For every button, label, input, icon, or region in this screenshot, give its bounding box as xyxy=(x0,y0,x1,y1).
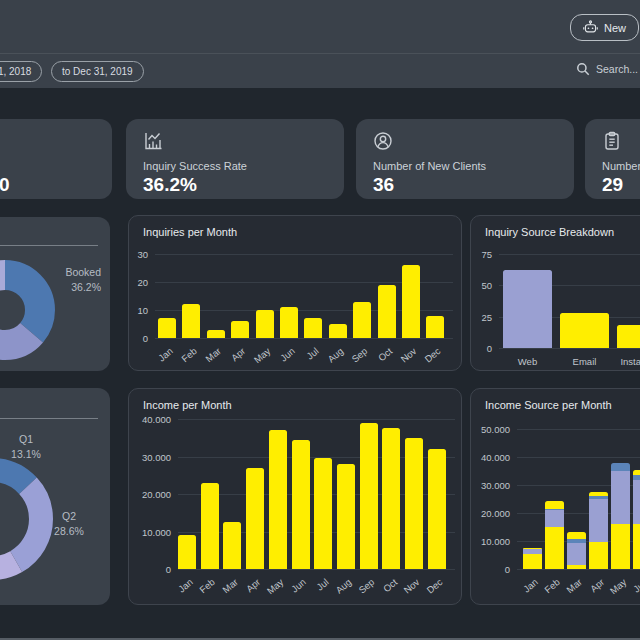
header-bar: New xyxy=(0,0,640,54)
bar-segment xyxy=(314,458,332,569)
y-axis-tick-label: 10.000 xyxy=(481,536,510,547)
bar-segment xyxy=(589,542,608,569)
bar-segment xyxy=(201,483,219,569)
bar-segment xyxy=(589,496,608,499)
bar-segment xyxy=(567,539,586,542)
bar-segment xyxy=(633,480,640,524)
gridline xyxy=(499,254,640,255)
bar-segment xyxy=(633,475,640,480)
gridline xyxy=(517,569,640,570)
gridline xyxy=(155,338,453,339)
date-to-pill[interactable]: to Dec 31, 2019 xyxy=(51,61,144,82)
inquiries-per-month-chart: Inquiries per Month 0102030JanFebMarAprM… xyxy=(128,215,462,371)
gridline xyxy=(517,457,640,458)
kpi-value: 0 xyxy=(0,174,10,196)
chart-title: Income per Month xyxy=(143,399,232,411)
kpi-card-clipped: 0 xyxy=(0,119,112,199)
bar-segment xyxy=(589,499,608,542)
bar-segment xyxy=(560,313,609,348)
plot-area: 0255075WebEmailInstagram xyxy=(499,254,640,348)
bar-segment xyxy=(337,464,355,569)
new-button[interactable]: New xyxy=(570,14,639,41)
booked-breakdown-panel: Booked 36.2% xyxy=(0,217,110,371)
kpi-card-new-clients: Number of New Clients 36 xyxy=(356,119,574,199)
donut-label-booked: Booked 36.2% xyxy=(65,265,101,295)
bar-segment xyxy=(329,324,347,338)
y-axis-tick-label: 40.000 xyxy=(481,452,510,463)
kpi-value: 36 xyxy=(373,174,394,196)
bar-segment xyxy=(545,527,564,569)
bar-segment xyxy=(545,510,564,527)
bar-segment xyxy=(360,423,378,569)
clipboard-icon xyxy=(602,131,622,151)
bar-segment xyxy=(611,524,630,569)
bar-segment xyxy=(567,532,586,540)
inquiry-source-breakdown-chart: Inquiry Source Breakdown 0255075WebEmail… xyxy=(470,215,640,371)
y-axis-tick-label: 50.000 xyxy=(481,424,510,435)
divider xyxy=(0,245,98,246)
quarterly-breakdown-panel: Q1 13.1% Q2 28.6% xyxy=(0,388,110,605)
y-axis-tick-label: 40.000 xyxy=(142,414,171,425)
bar-segment xyxy=(231,321,249,338)
bar-segment xyxy=(545,509,564,511)
y-axis-tick-label: 20.000 xyxy=(142,489,171,500)
y-axis-tick-label: 50 xyxy=(481,280,492,291)
bar-segment xyxy=(378,285,396,338)
y-axis-tick-label: 75 xyxy=(481,249,492,260)
bar-segment xyxy=(158,318,176,338)
bar-segment xyxy=(633,470,640,475)
y-axis-tick-label: 0 xyxy=(487,343,492,354)
date-from-label: Jan 1, 2018 xyxy=(0,66,31,77)
bar-segment xyxy=(611,471,630,524)
y-axis-tick-label: 10 xyxy=(137,305,148,316)
bar-segment xyxy=(567,543,586,565)
bar-segment xyxy=(503,270,552,348)
date-from-pill[interactable]: Jan 1, 2018 xyxy=(0,61,42,82)
bar-segment xyxy=(426,316,444,338)
search-label: Search... xyxy=(596,63,638,75)
bar-segment xyxy=(523,549,542,553)
kpi-label: Inquiry Success Rate xyxy=(143,160,247,172)
filter-toolbar: Jan 1, 2018 to Dec 31, 2019 Search... xyxy=(0,54,640,88)
chart-title: Inquiry Source Breakdown xyxy=(485,226,614,238)
date-to-label: to Dec 31, 2019 xyxy=(62,66,133,77)
new-button-label: New xyxy=(604,22,626,34)
bar-segment xyxy=(353,302,371,338)
y-axis-tick-label: 30.000 xyxy=(481,480,510,491)
bar-segment xyxy=(402,265,420,338)
bar-segment xyxy=(304,318,322,338)
bar-segment xyxy=(589,492,608,496)
bar-segment xyxy=(256,310,274,338)
plot-area: 010.00020.00030.00040.00050.000JanFebMar… xyxy=(517,429,640,569)
donut-label-q2: Q2 28.6% xyxy=(49,509,89,539)
gridline xyxy=(155,254,453,255)
robot-icon xyxy=(583,20,598,35)
gridline xyxy=(499,348,640,349)
kpi-card-number-of: Number of 29 xyxy=(585,119,640,199)
bar-segment xyxy=(292,440,310,569)
bar-segment xyxy=(223,522,241,569)
kpi-value: 36.2% xyxy=(143,174,197,196)
search-icon xyxy=(576,62,590,76)
search-control[interactable]: Search... xyxy=(576,62,638,76)
bar-segment xyxy=(523,554,542,569)
bar-segment xyxy=(182,304,200,338)
line-chart-icon xyxy=(143,131,163,151)
y-axis-tick-label: 20 xyxy=(137,277,148,288)
bar-segment xyxy=(382,428,400,569)
bar-segment xyxy=(567,565,586,569)
quarterly-donut-chart xyxy=(0,457,54,581)
y-axis-tick-label: 30.000 xyxy=(142,451,171,462)
gridline xyxy=(178,419,455,420)
y-axis-tick-label: 0 xyxy=(143,333,148,344)
kpi-label: Number of New Clients xyxy=(373,160,486,172)
bar-segment xyxy=(617,325,640,348)
kpi-value: 29 xyxy=(602,174,623,196)
booked-donut-chart xyxy=(0,259,56,361)
y-axis-tick-label: 0 xyxy=(505,564,510,575)
bar-segment xyxy=(269,430,287,569)
income-per-month-chart: Income per Month 010.00020.00030.00040.0… xyxy=(128,388,462,605)
bar-segment xyxy=(246,468,264,569)
y-axis-tick-label: 20.000 xyxy=(481,508,510,519)
divider xyxy=(0,418,98,419)
